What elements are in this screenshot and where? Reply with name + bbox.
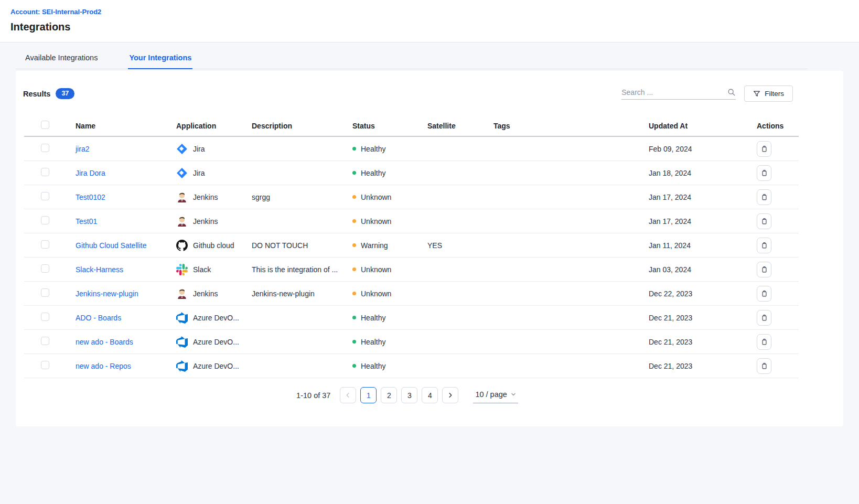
status-label: Healthy [361,169,385,177]
application-label: Azure DevO... [193,362,239,370]
delete-integration-button[interactable] [757,310,771,326]
delete-integration-button[interactable] [757,238,771,253]
trash-icon [760,145,768,153]
row-checkbox[interactable] [41,337,49,345]
status-dot [352,219,356,223]
azure-devops-icon [176,336,188,348]
row-checkbox[interactable] [41,216,49,224]
chevron-right-icon [447,392,453,398]
updated-at-value: Dec 21, 2023 [649,314,757,322]
trash-icon [760,217,768,225]
table-body: jira2 Jira Healthy Feb 09, 2024 [24,137,799,378]
delete-integration-button[interactable] [757,213,771,229]
delete-integration-button[interactable] [757,189,771,205]
integration-name-link[interactable]: Jira Dora [76,169,105,177]
row-checkbox[interactable] [41,168,49,176]
application-label: Jira [193,169,205,177]
delete-integration-button[interactable] [757,141,771,157]
trash-icon [760,241,768,249]
updated-at-value: Dec 22, 2023 [649,289,757,298]
integration-name-link[interactable]: Slack-Harness [76,265,123,274]
filter-funnel-icon [753,90,760,98]
updated-at-value: Dec 21, 2023 [649,338,757,346]
updated-at-value: Jan 18, 2024 [649,169,757,177]
page-button-3[interactable]: 3 [401,387,417,403]
jenkins-icon [176,216,188,227]
table-row: jira2 Jira Healthy Feb 09, 2024 [24,137,799,161]
row-checkbox[interactable] [41,192,49,200]
row-checkbox[interactable] [41,361,49,369]
description-text: Jenkins-new-plugin [252,289,352,298]
azure-devops-icon [176,360,188,372]
page-button-1[interactable]: 1 [360,387,377,403]
row-checkbox[interactable] [41,144,49,152]
page-button-2[interactable]: 2 [381,387,397,403]
trash-icon [760,314,768,321]
table-header-row: Name Application Description Status Sate… [24,116,799,137]
page-size-select[interactable]: 10 / page [473,388,518,403]
table-row: Github Cloud Satellite Github cloud DO N… [24,233,799,258]
github-icon [176,240,188,251]
delete-integration-button[interactable] [757,262,771,277]
column-header-application: Application [176,122,252,130]
trash-icon [760,362,768,370]
row-checkbox[interactable] [41,264,49,273]
column-header-name: Name [76,122,176,130]
updated-at-value: Feb 09, 2024 [649,145,757,153]
status-label: Unknown [361,217,391,226]
integration-name-link[interactable]: jira2 [76,145,89,153]
row-checkbox[interactable] [41,240,49,249]
status-label: Healthy [361,362,385,370]
integration-name-link[interactable]: Jenkins-new-plugin [76,289,138,298]
status-dot [352,340,356,344]
trash-icon [760,169,768,177]
select-all-checkbox[interactable] [41,121,49,129]
trash-icon [760,193,768,201]
results-count-badge: 37 [56,88,74,99]
filters-button-label: Filters [765,90,784,98]
integration-name-link[interactable]: new ado - Repos [76,362,131,370]
updated-at-value: Dec 21, 2023 [649,362,757,370]
status-label: Healthy [361,314,385,322]
row-checkbox[interactable] [41,313,49,321]
column-header-actions: Actions [757,122,799,130]
table-row: Jira Dora Jira Healthy Jan 18, 2024 [24,161,799,185]
delete-integration-button[interactable] [757,358,771,374]
integration-name-link[interactable]: Github Cloud Satellite [76,241,146,250]
next-page-button[interactable] [442,387,458,403]
delete-integration-button[interactable] [757,286,771,302]
tab-your-integrations[interactable]: Your Integrations [128,50,192,69]
delete-integration-button[interactable] [757,165,771,181]
previous-page-button[interactable] [340,387,356,403]
filters-button[interactable]: Filters [744,85,793,102]
tab-available-integrations[interactable]: Available Integrations [24,50,99,69]
page-title: Integrations [10,21,849,33]
delete-integration-button[interactable] [757,334,771,350]
page-button-4[interactable]: 4 [422,387,438,403]
table-row: new ado - Repos Azure DevO... Healthy De… [24,354,799,378]
description-text: sgrgg [252,193,352,201]
row-checkbox[interactable] [41,288,49,297]
updated-at-value: Jan 03, 2024 [649,265,757,274]
status-dot [352,243,356,247]
integrations-table: Name Application Description Status Sate… [24,116,799,378]
application-label: Slack [193,265,211,274]
integration-name-link[interactable]: Test01 [76,217,97,226]
integration-name-link[interactable]: ADO - Boards [76,314,121,322]
trash-icon [760,265,768,273]
jira-icon [176,143,188,155]
column-header-tags: Tags [493,122,649,130]
integration-name-link[interactable]: Test0102 [76,193,105,201]
status-label: Warning [361,241,388,250]
status-dot [352,316,356,319]
status-label: Unknown [361,289,391,298]
search-icon [727,88,736,96]
table-row: ADO - Boards Azure DevO... Healthy Dec 2… [24,306,799,330]
status-label: Healthy [361,338,385,346]
integration-name-link[interactable]: new ado - Boards [76,338,133,346]
application-label: Azure DevO... [193,338,239,346]
description-text: This is the integration of ... [252,265,352,274]
search-input[interactable] [621,88,727,96]
account-breadcrumb-link[interactable]: Account: SEI-Internal-Prod2 [10,8,101,16]
status-dot [352,292,356,295]
